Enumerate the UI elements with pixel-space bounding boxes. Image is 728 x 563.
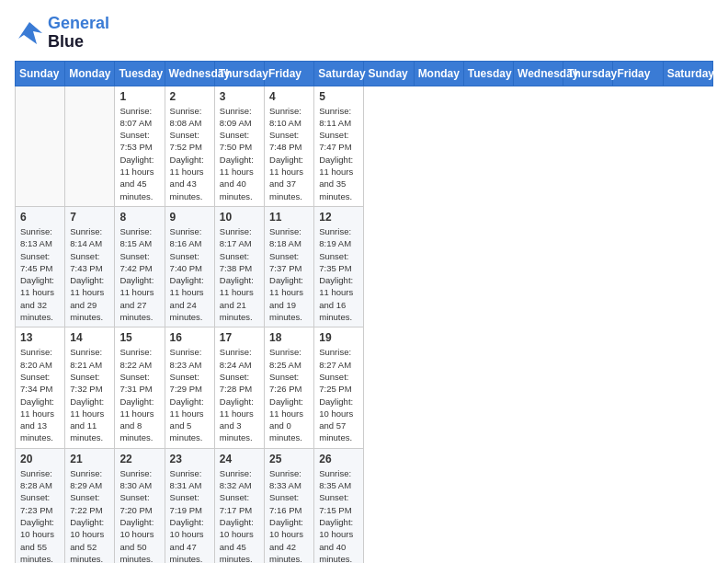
calendar-cell: 26Sunrise: 8:35 AM Sunset: 7:15 PM Dayli… [314,448,364,563]
calendar-week-3: 13Sunrise: 8:20 AM Sunset: 7:34 PM Dayli… [16,327,713,448]
calendar-cell: 12Sunrise: 8:19 AM Sunset: 7:35 PM Dayli… [314,206,364,327]
calendar-cell: 24Sunrise: 8:32 AM Sunset: 7:17 PM Dayli… [214,448,264,563]
day-number: 11 [269,211,309,224]
calendar-cell: 10Sunrise: 8:17 AM Sunset: 7:38 PM Dayli… [214,206,264,327]
day-info: Sunrise: 8:09 AM Sunset: 7:50 PM Dayligh… [220,105,259,202]
day-header-monday: Monday [65,61,115,86]
calendar-cell: 19Sunrise: 8:27 AM Sunset: 7:25 PM Dayli… [314,327,364,448]
day-number: 19 [319,331,358,344]
calendar-week-1: 1Sunrise: 8:07 AM Sunset: 7:53 PM Daylig… [16,86,713,206]
day-info: Sunrise: 8:17 AM Sunset: 7:38 PM Dayligh… [220,225,259,323]
calendar-cell: 23Sunrise: 8:31 AM Sunset: 7:19 PM Dayli… [165,448,214,563]
day-info: Sunrise: 8:29 AM Sunset: 7:22 PM Dayligh… [70,467,109,563]
calendar-cell: 15Sunrise: 8:22 AM Sunset: 7:31 PM Dayli… [115,327,165,448]
day-header-thursday: Thursday [563,61,613,86]
calendar-cell: 3Sunrise: 8:09 AM Sunset: 7:50 PM Daylig… [214,86,264,206]
day-info: Sunrise: 8:32 AM Sunset: 7:17 PM Dayligh… [220,467,259,563]
calendar-week-4: 20Sunrise: 8:28 AM Sunset: 7:23 PM Dayli… [16,448,713,563]
day-header-friday: Friday [265,61,314,86]
day-header-wednesday: Wednesday [514,61,563,86]
day-info: Sunrise: 8:35 AM Sunset: 7:15 PM Dayligh… [319,467,358,563]
day-header-saturday: Saturday [314,61,364,86]
day-info: Sunrise: 8:08 AM Sunset: 7:52 PM Dayligh… [170,105,210,202]
day-header-wednesday: Wednesday [165,61,214,86]
day-header-sunday: Sunday [364,61,414,86]
calendar-cell: 18Sunrise: 8:25 AM Sunset: 7:26 PM Dayli… [265,327,314,448]
day-info: Sunrise: 8:14 AM Sunset: 7:43 PM Dayligh… [70,225,109,323]
calendar-cell: 11Sunrise: 8:18 AM Sunset: 7:37 PM Dayli… [265,206,314,327]
calendar-cell: 13Sunrise: 8:20 AM Sunset: 7:34 PM Dayli… [16,327,65,448]
calendar-cell: 14Sunrise: 8:21 AM Sunset: 7:32 PM Dayli… [65,327,115,448]
day-number: 4 [269,90,309,103]
day-header-monday: Monday [414,61,463,86]
calendar-table: SundayMondayTuesdayWednesdayThursdayFrid… [15,61,713,563]
day-info: Sunrise: 8:23 AM Sunset: 7:29 PM Dayligh… [170,346,210,443]
day-info: Sunrise: 8:18 AM Sunset: 7:37 PM Dayligh… [269,225,309,323]
calendar-cell: 8Sunrise: 8:15 AM Sunset: 7:42 PM Daylig… [115,206,165,327]
day-number: 17 [220,331,259,344]
logo-icon [15,20,44,46]
day-header-tuesday: Tuesday [115,61,165,86]
day-info: Sunrise: 8:16 AM Sunset: 7:40 PM Dayligh… [170,225,210,323]
day-number: 25 [269,453,309,465]
header: General Blue [15,15,713,52]
day-info: Sunrise: 8:33 AM Sunset: 7:16 PM Dayligh… [269,467,309,563]
logo: General Blue [15,15,109,52]
calendar-cell: 2Sunrise: 8:08 AM Sunset: 7:52 PM Daylig… [165,86,214,206]
day-info: Sunrise: 8:25 AM Sunset: 7:26 PM Dayligh… [269,346,309,443]
day-number: 21 [70,453,109,465]
day-info: Sunrise: 8:11 AM Sunset: 7:47 PM Dayligh… [319,105,358,202]
day-number: 14 [70,331,109,344]
day-header-tuesday: Tuesday [463,61,513,86]
day-number: 15 [119,331,159,344]
day-info: Sunrise: 8:28 AM Sunset: 7:23 PM Dayligh… [20,467,60,563]
calendar-cell [16,86,65,206]
svg-marker-0 [18,22,42,44]
calendar-cell: 6Sunrise: 8:13 AM Sunset: 7:45 PM Daylig… [16,206,65,327]
day-number: 8 [119,211,159,224]
day-number: 20 [20,453,60,465]
day-header-thursday: Thursday [214,61,264,86]
day-number: 18 [269,331,309,344]
day-header-saturday: Saturday [663,61,712,86]
calendar-cell: 17Sunrise: 8:24 AM Sunset: 7:28 PM Dayli… [214,327,264,448]
calendar-week-2: 6Sunrise: 8:13 AM Sunset: 7:45 PM Daylig… [16,206,713,327]
day-number: 1 [119,90,159,103]
day-info: Sunrise: 8:21 AM Sunset: 7:32 PM Dayligh… [70,346,109,443]
calendar-cell: 4Sunrise: 8:10 AM Sunset: 7:48 PM Daylig… [265,86,314,206]
calendar-cell: 7Sunrise: 8:14 AM Sunset: 7:43 PM Daylig… [65,206,115,327]
day-header-friday: Friday [613,61,663,86]
day-info: Sunrise: 8:13 AM Sunset: 7:45 PM Dayligh… [20,225,60,323]
day-number: 16 [170,331,210,344]
day-info: Sunrise: 8:22 AM Sunset: 7:31 PM Dayligh… [119,346,159,443]
day-info: Sunrise: 8:27 AM Sunset: 7:25 PM Dayligh… [319,346,358,443]
day-number: 3 [220,90,259,103]
logo-text: General Blue [48,15,109,52]
calendar-cell: 5Sunrise: 8:11 AM Sunset: 7:47 PM Daylig… [314,86,364,206]
day-number: 22 [119,453,159,465]
day-number: 10 [220,211,259,224]
day-info: Sunrise: 8:10 AM Sunset: 7:48 PM Dayligh… [269,105,309,202]
day-info: Sunrise: 8:15 AM Sunset: 7:42 PM Dayligh… [119,225,159,323]
day-number: 5 [319,90,358,103]
calendar-cell: 25Sunrise: 8:33 AM Sunset: 7:16 PM Dayli… [265,448,314,563]
day-info: Sunrise: 8:24 AM Sunset: 7:28 PM Dayligh… [220,346,259,443]
day-number: 6 [20,211,60,224]
day-number: 2 [170,90,210,103]
calendar-cell: 22Sunrise: 8:30 AM Sunset: 7:20 PM Dayli… [115,448,165,563]
day-info: Sunrise: 8:20 AM Sunset: 7:34 PM Dayligh… [20,346,60,443]
day-header-sunday: Sunday [16,61,65,86]
day-number: 12 [319,211,358,224]
day-info: Sunrise: 8:19 AM Sunset: 7:35 PM Dayligh… [319,225,358,323]
calendar-cell: 1Sunrise: 8:07 AM Sunset: 7:53 PM Daylig… [115,86,165,206]
day-number: 23 [170,453,210,465]
day-number: 26 [319,453,358,465]
calendar-cell: 21Sunrise: 8:29 AM Sunset: 7:22 PM Dayli… [65,448,115,563]
calendar-cell: 9Sunrise: 8:16 AM Sunset: 7:40 PM Daylig… [165,206,214,327]
day-info: Sunrise: 8:07 AM Sunset: 7:53 PM Dayligh… [119,105,159,202]
day-number: 24 [220,453,259,465]
day-info: Sunrise: 8:30 AM Sunset: 7:20 PM Dayligh… [119,467,159,563]
day-number: 13 [20,331,60,344]
day-number: 7 [70,211,109,224]
calendar-cell [65,86,115,206]
